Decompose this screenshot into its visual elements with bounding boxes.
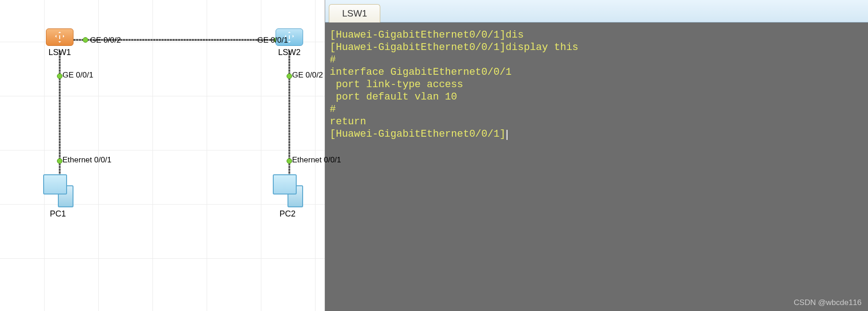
terminal-tab-lsw1[interactable]: LSW1	[329, 4, 380, 22]
device-lsw1[interactable]: LSW1	[46, 28, 73, 57]
pc-icon	[272, 174, 303, 207]
endpoint	[287, 158, 292, 164]
pc-icon	[42, 174, 73, 207]
switch-icon	[46, 28, 73, 46]
device-label: LSW1	[48, 48, 71, 57]
endpoint	[287, 73, 292, 79]
terminal-text: [Huawei-GigabitEthernet0/0/1]dis [Huawei…	[330, 29, 863, 140]
endpoint	[83, 37, 88, 43]
device-pc2[interactable]: PC2	[272, 174, 303, 219]
watermark: CSDN @wbcde116	[794, 298, 862, 307]
device-label: LSW2	[278, 48, 300, 57]
endpoint	[57, 73, 62, 79]
terminal-panel: LSW1 [Huawei-GigabitEthernet0/0/1]dis [H…	[325, 0, 868, 311]
endpoint	[57, 158, 62, 164]
terminal-tab-bar: LSW1	[325, 0, 868, 22]
topology-canvas[interactable]: LSW1 LSW2 PC1 PC2 GE 0/0/2 GE 0/0/1 GE 0…	[0, 0, 325, 311]
device-pc1[interactable]: PC1	[42, 174, 73, 219]
port-label-pc2-eth001: Ethernet 0/0/1	[292, 156, 341, 165]
cursor-icon	[507, 130, 507, 140]
app-root: LSW1 LSW2 PC1 PC2 GE 0/0/2 GE 0/0/1 GE 0…	[0, 0, 868, 311]
port-label-lsw2-ge002: GE 0/0/2	[292, 71, 323, 80]
device-label: PC2	[279, 209, 295, 219]
port-label-pc1-eth001: Ethernet 0/0/1	[62, 156, 112, 165]
port-label-lsw2-ge001: GE 0/0/1	[257, 36, 288, 45]
terminal-output[interactable]: [Huawei-GigabitEthernet0/0/1]dis [Huawei…	[325, 22, 868, 311]
port-label-lsw1-ge002: GE 0/0/2	[90, 36, 121, 45]
device-label: PC1	[50, 209, 66, 219]
port-label-lsw1-ge001: GE 0/0/1	[62, 71, 93, 80]
